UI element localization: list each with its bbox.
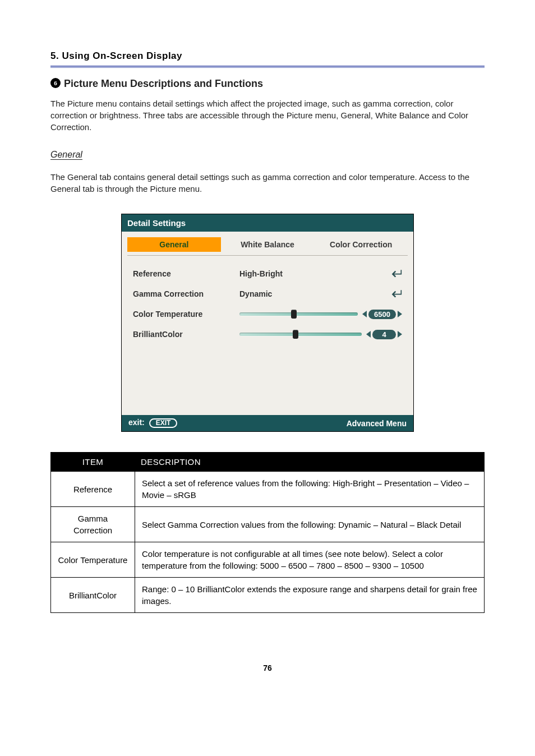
exit-button[interactable]: EXIT <box>149 418 178 428</box>
footer-mode: Advanced Menu <box>347 420 407 427</box>
table-header-desc: DESCRIPTION <box>135 453 485 472</box>
row-value-reference: High-Bright <box>239 270 301 278</box>
section-body: The Picture menu contains detail setting… <box>50 98 485 133</box>
slider-brilliantcolor[interactable] <box>239 333 362 336</box>
slider-color-temp[interactable] <box>239 312 358 316</box>
table-row: Color Temperature Color temperature is n… <box>51 542 485 578</box>
row-label-reference: Reference <box>133 270 239 278</box>
sub-note: The General tab contains general detail … <box>50 171 485 195</box>
section-number-badge: 6 <box>50 78 61 88</box>
value-brilliantcolor: 4 <box>372 330 396 339</box>
value-color-temp: 6500 <box>368 310 396 319</box>
slider-thumb[interactable] <box>293 330 298 339</box>
description-table: ITEM DESCRIPTION Reference Select a set … <box>50 452 485 613</box>
chevron-right-icon[interactable] <box>398 331 402 338</box>
divider-thin <box>50 67 485 68</box>
table-row: Reference Select a set of reference valu… <box>51 472 485 507</box>
tab-white-balance[interactable]: White Balance <box>221 237 315 252</box>
table-header-item: ITEM <box>51 453 135 472</box>
tab-color-correction[interactable]: Color Correction <box>314 237 408 252</box>
chevron-left-icon[interactable] <box>366 331 371 338</box>
chevron-right-icon[interactable] <box>398 311 402 317</box>
tab-general[interactable]: General <box>127 237 221 252</box>
table-row: BrilliantColor Range: 0 – 10 BrilliantCo… <box>51 578 485 613</box>
chapter-title: 5. Using On-Screen Display <box>50 50 485 65</box>
section-title: Picture Menu Descriptions and Functions <box>64 78 263 90</box>
footer-exit: exit: EXIT <box>128 418 177 428</box>
osd-window: Detail Settings General White Balance Co… <box>121 214 414 432</box>
divider-thick <box>50 66 485 67</box>
osd-titlebar: Detail Settings <box>122 214 413 232</box>
row-label-brilliantcolor: BrilliantColor <box>133 330 239 338</box>
row-value-gamma: Dynamic <box>239 290 301 298</box>
enter-icon[interactable] <box>390 269 402 279</box>
row-label-color-temp: Color Temperature <box>133 310 239 318</box>
row-label-gamma: Gamma Correction <box>133 290 239 298</box>
sub-heading-general: General <box>50 150 485 160</box>
enter-icon[interactable] <box>390 289 402 299</box>
slider-thumb[interactable] <box>291 310 297 319</box>
chevron-left-icon[interactable] <box>362 311 367 317</box>
page-number: 76 <box>50 663 485 672</box>
table-row: Gamma Correction Select Gamma Correction… <box>51 507 485 542</box>
